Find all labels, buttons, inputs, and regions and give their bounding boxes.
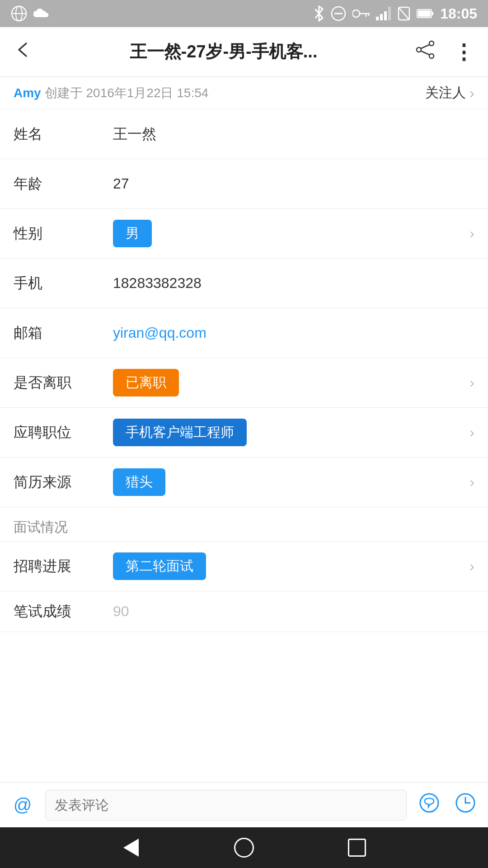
resigned-chevron: › (469, 374, 474, 391)
svg-point-5 (352, 10, 360, 17)
label-phone: 手机 (14, 274, 113, 293)
field-resigned[interactable]: 是否离职 已离职 › (0, 358, 488, 408)
info-section: 姓名 王一然 年龄 27 性别 男 › 手机 18283382328 邮箱 yi… (0, 109, 488, 507)
at-button[interactable]: @ (9, 795, 36, 815)
cloud-icon (33, 7, 50, 20)
field-gender[interactable]: 性别 男 › (0, 209, 488, 259)
toolbar: 王一然-27岁-男-手机客... ⋮ (0, 27, 488, 77)
status-bar: 18:05 (0, 0, 488, 27)
recruitment-section: 招聘进展 第二轮面试 › 笔试成绩 90 (0, 542, 488, 632)
followers-label: 关注人 (425, 84, 466, 102)
history-icon-button[interactable] (452, 792, 479, 818)
svg-point-18 (429, 41, 434, 46)
label-resigned: 是否离职 (14, 373, 113, 393)
field-position[interactable]: 应聘职位 手机客户端工程师 › (0, 408, 488, 458)
svg-rect-10 (380, 14, 383, 20)
signal-icon (376, 7, 391, 20)
page-title: 王一然-27岁-男-手机客... (45, 40, 402, 63)
field-recruitment-progress[interactable]: 招聘进展 第二轮面试 › (0, 542, 488, 591)
value-email[interactable]: yiran@qq.com (113, 325, 206, 341)
followers-chevron: › (469, 84, 474, 102)
meta-row: Amy 创建于 2016年1月22日 15:54 关注人 › (0, 77, 488, 109)
recruitment-progress-chevron: › (469, 558, 474, 575)
nav-home-button[interactable] (233, 836, 255, 859)
field-written-score: 笔试成绩 90 (0, 591, 488, 632)
value-name: 王一然 (113, 124, 474, 144)
label-source: 简历来源 (14, 472, 113, 492)
label-gender: 性别 (14, 224, 113, 244)
status-bar-left (11, 5, 50, 22)
field-phone: 手机 18283382328 (0, 259, 488, 308)
svg-rect-11 (384, 11, 387, 20)
back-button[interactable] (9, 36, 36, 68)
svg-rect-16 (432, 12, 433, 15)
gender-chevron: › (469, 225, 474, 242)
field-email: 邮箱 yiran@qq.com (0, 308, 488, 358)
interview-section-header: 面试情况 (0, 507, 488, 542)
meta-info: Amy 创建于 2016年1月22日 15:54 (14, 85, 208, 102)
svg-rect-12 (388, 7, 391, 20)
svg-rect-9 (376, 17, 379, 20)
nav-bar (0, 827, 488, 868)
field-source[interactable]: 简历来源 猎头 › (0, 458, 488, 507)
value-written-score: 90 (113, 603, 474, 620)
value-position: 手机客户端工程师 (113, 419, 465, 446)
gender-badge[interactable]: 男 (113, 220, 152, 247)
nav-back-button[interactable] (120, 836, 142, 859)
comment-bar: @ (0, 782, 488, 827)
nav-recents-button[interactable] (346, 836, 368, 859)
svg-line-21 (421, 45, 429, 48)
svg-point-23 (420, 794, 438, 812)
label-age: 年龄 (14, 174, 113, 194)
no-sim-icon (398, 6, 410, 21)
created-date: 创建于 2016年1月22日 15:54 (45, 85, 209, 102)
status-time: 18:05 (440, 5, 477, 22)
value-resigned: 已离职 (113, 369, 465, 396)
label-written-score: 笔试成绩 (14, 602, 113, 622)
globe-icon (11, 5, 27, 22)
bluetooth-icon (314, 5, 324, 22)
status-bar-right: 18:05 (314, 5, 477, 22)
svg-line-22 (421, 51, 429, 55)
label-name: 姓名 (14, 124, 113, 144)
resigned-badge[interactable]: 已离职 (113, 369, 179, 396)
followers-link[interactable]: 关注人 › (425, 84, 474, 102)
value-gender: 男 (113, 220, 465, 247)
field-age: 年龄 27 (0, 159, 488, 209)
comment-icon-button[interactable] (416, 792, 443, 818)
label-email: 邮箱 (14, 323, 113, 343)
position-chevron: › (469, 424, 474, 441)
value-age: 27 (113, 175, 474, 192)
svg-line-14 (399, 7, 409, 20)
label-recruitment-progress: 招聘进展 (14, 557, 113, 576)
source-chevron: › (469, 474, 474, 491)
source-badge[interactable]: 猎头 (113, 468, 165, 496)
svg-rect-17 (418, 10, 431, 17)
value-phone: 18283382328 (113, 275, 474, 292)
creator-name: Amy (14, 86, 41, 100)
label-position: 应聘职位 (14, 423, 113, 443)
minus-circle-icon (331, 6, 346, 21)
recruitment-progress-badge[interactable]: 第二轮面试 (113, 552, 206, 580)
field-name: 姓名 王一然 (0, 109, 488, 159)
comment-input[interactable] (45, 790, 407, 821)
share-button[interactable] (411, 35, 440, 68)
battery-icon (417, 8, 434, 19)
value-source: 猎头 (113, 468, 465, 496)
svg-point-19 (417, 47, 421, 52)
position-badge[interactable]: 手机客户端工程师 (113, 419, 247, 446)
more-button[interactable]: ⋮ (449, 35, 479, 69)
key-icon (352, 9, 370, 19)
value-recruitment-progress: 第二轮面试 (113, 552, 465, 580)
svg-point-20 (429, 54, 434, 58)
